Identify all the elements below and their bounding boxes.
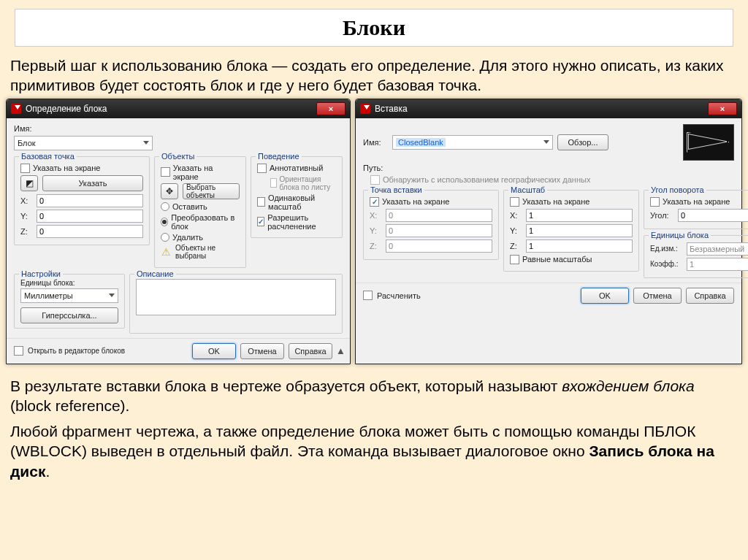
warning-icon <box>161 246 171 258</box>
description-textarea[interactable] <box>136 279 336 315</box>
convert-radio[interactable] <box>161 218 168 226</box>
dialog-title: Вставка <box>375 104 703 114</box>
app-icon <box>360 104 370 114</box>
page-title: Блоки <box>15 15 733 40</box>
geo-checkbox <box>370 175 380 185</box>
factor-input <box>687 258 748 271</box>
base-z-input[interactable] <box>37 225 143 238</box>
units-dropdown[interactable]: Миллиметры <box>20 288 118 303</box>
expand-icon[interactable]: ▶ <box>336 348 344 354</box>
base-y-input[interactable] <box>37 210 143 223</box>
orientation-checkbox <box>270 178 277 188</box>
objects-specify-screen-checkbox[interactable] <box>161 167 170 177</box>
rotation-specify-checkbox[interactable] <box>650 197 660 207</box>
block-unit-fieldset: Единицы блока Ед.изм.: Коэфф.: <box>644 235 748 278</box>
page-title-bar: Блоки <box>15 9 733 47</box>
scale-z-input[interactable] <box>526 239 633 253</box>
dialog-titlebar: Вставка × <box>356 99 741 118</box>
insert-specify-checkbox[interactable] <box>370 197 379 207</box>
dialog-title: Определение блока <box>26 104 312 114</box>
scale-x-input[interactable] <box>526 209 633 222</box>
block-definition-dialog: Определение блока × Имя: Блок Базовая то… <box>6 99 351 364</box>
behavior-fieldset: Поведение Аннотативный Ориентация блока … <box>251 156 343 238</box>
uniform-scale-checkbox[interactable] <box>510 255 519 264</box>
path-label: Путь: <box>363 164 383 172</box>
insert-dialog: Вставка × Имя: ClosedBlank Обзор... Путь… <box>355 99 742 364</box>
angle-input[interactable] <box>678 209 748 222</box>
insertion-point-fieldset: Точка вставки Указать на экране X: Y: Z: <box>363 190 499 260</box>
browse-button[interactable]: Обзор... <box>557 134 608 150</box>
open-in-editor-checkbox[interactable] <box>14 346 23 356</box>
base-specify-screen-checkbox[interactable] <box>20 164 30 173</box>
base-x-input[interactable] <box>37 194 143 207</box>
ok-button[interactable]: OK <box>581 288 629 304</box>
dialogs-container: Определение блока × Имя: Блок Базовая то… <box>0 99 748 364</box>
allow-exploding-checkbox[interactable] <box>257 217 264 226</box>
scale-fieldset: Масштаб Указать на экране X: Y: Z: Равны… <box>503 190 639 272</box>
outro-paragraph-2: Любой фрагмент чертежа, а также определе… <box>0 418 748 484</box>
description-fieldset: Описание <box>129 274 343 334</box>
scale-y-input[interactable] <box>526 224 633 237</box>
ok-button[interactable]: OK <box>192 343 236 359</box>
block-preview <box>683 124 734 161</box>
help-button[interactable]: Справка <box>686 288 734 304</box>
explode-checkbox[interactable] <box>363 291 373 300</box>
help-button[interactable]: Справка <box>289 343 332 359</box>
name-label: Имя: <box>363 138 388 147</box>
dialog-titlebar: Определение блока × <box>7 99 350 118</box>
hyperlink-button[interactable]: Гиперссылка... <box>20 307 118 323</box>
settings-fieldset: Настройки Единицы блока: Миллиметры Гипе… <box>14 274 125 329</box>
cancel-button[interactable]: Отмена <box>633 288 682 304</box>
annotative-checkbox[interactable] <box>257 164 267 173</box>
name-label: Имя: <box>14 124 31 133</box>
delete-radio[interactable] <box>161 233 169 242</box>
unit-input <box>687 242 748 256</box>
cancel-button[interactable]: Отмена <box>240 343 284 359</box>
pick-point-icon-button[interactable]: ◩ <box>20 175 38 191</box>
insert-y-input <box>386 224 492 237</box>
block-name-dropdown[interactable]: Блок <box>14 136 153 150</box>
rotation-fieldset: Угол поворота Указать на экране Угол: <box>644 190 748 229</box>
close-button[interactable]: × <box>316 102 346 115</box>
intro-paragraph: Первый шаг к использованию блока — созда… <box>0 53 748 99</box>
select-objects-button[interactable]: Выбрать объекты <box>183 183 240 199</box>
base-point-fieldset: Базовая точка Указать на экране ◩ Указат… <box>14 156 150 245</box>
pick-point-button[interactable]: Указать <box>42 175 143 191</box>
select-objects-icon-button[interactable]: ✥ <box>161 183 178 199</box>
scale-specify-checkbox[interactable] <box>510 197 519 207</box>
objects-fieldset: Объекты Указать на экране ✥ Выбрать объе… <box>154 156 246 268</box>
outro-paragraph-1: В результате вставки блока в чертеже обр… <box>0 373 748 419</box>
retain-radio[interactable] <box>161 202 169 211</box>
insert-name-dropdown[interactable]: ClosedBlank <box>392 135 553 150</box>
insert-z-input <box>386 239 492 253</box>
close-button[interactable]: × <box>708 102 737 115</box>
insert-x-input <box>386 209 492 222</box>
app-icon <box>11 104 21 114</box>
scale-uniform-checkbox[interactable] <box>257 197 265 207</box>
